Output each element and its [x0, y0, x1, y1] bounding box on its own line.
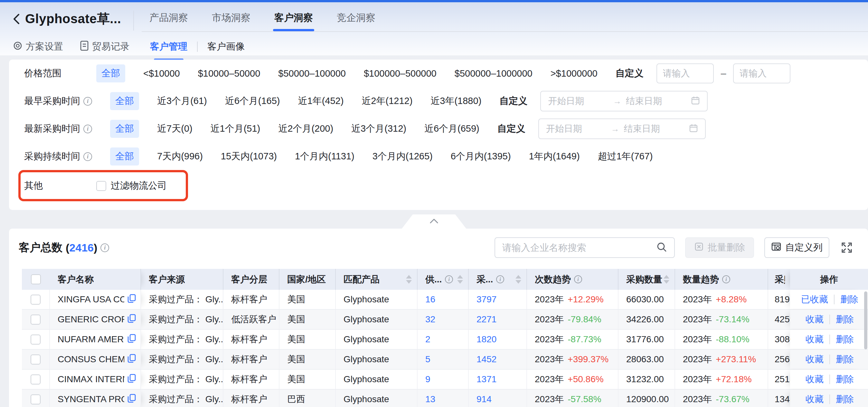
filter-option[interactable]: 3个月内(1265): [373, 150, 433, 163]
filter-option[interactable]: $10000–50000: [198, 68, 260, 79]
row-checkbox[interactable]: [31, 354, 40, 365]
filter-option[interactable]: 近3个月(312): [351, 122, 406, 135]
copy-icon[interactable]: [127, 294, 136, 306]
filter-option[interactable]: >$1000000: [551, 68, 597, 79]
filter-option[interactable]: 超过1年(767): [598, 150, 653, 163]
filter-option[interactable]: 15天内(1073): [221, 150, 277, 163]
info-icon[interactable]: [83, 152, 92, 161]
filter-option-selected[interactable]: 全部: [96, 64, 125, 83]
tab-market-insight[interactable]: 市场洞察: [212, 11, 250, 29]
copy-icon[interactable]: [127, 314, 136, 325]
row-checkbox[interactable]: [31, 335, 40, 345]
info-icon[interactable]: [445, 275, 453, 283]
delete-link[interactable]: 删除: [836, 313, 854, 325]
filter-option[interactable]: 1个月内(1131): [295, 150, 354, 163]
row-checkbox[interactable]: [31, 315, 40, 324]
copy-icon[interactable]: [127, 374, 136, 385]
subtab-customer-management[interactable]: 客户管理: [150, 40, 187, 56]
filter-option[interactable]: 近7天(0): [157, 122, 192, 135]
delete-link[interactable]: 删除: [836, 393, 854, 405]
filter-option[interactable]: 近3个月(61): [157, 95, 207, 107]
sort-icon[interactable]: [406, 275, 412, 284]
filter-option[interactable]: 1年内(1649): [529, 150, 580, 163]
records-count-link[interactable]: 914: [476, 394, 492, 404]
suppliers-count-link[interactable]: 13: [425, 394, 435, 404]
filter-logistics-label[interactable]: 过滤物流公司: [111, 179, 167, 192]
favorite-link[interactable]: 收藏: [806, 313, 824, 325]
filter-option[interactable]: $500000–1000000: [455, 68, 532, 79]
records-count-link[interactable]: 1820: [476, 334, 496, 345]
copy-icon[interactable]: [127, 394, 136, 405]
subtab-customer-profile[interactable]: 客户画像: [207, 40, 245, 56]
tab-customer-insight[interactable]: 客户洞察: [274, 11, 313, 29]
suppliers-count-link[interactable]: 5: [425, 354, 430, 365]
favorite-link[interactable]: 已收藏: [801, 293, 828, 306]
price-min-input[interactable]: [656, 63, 714, 84]
sort-icon[interactable]: [516, 275, 521, 284]
custom-range-label[interactable]: 自定义: [616, 67, 644, 80]
delete-link[interactable]: 删除: [840, 293, 858, 306]
fullscreen-icon[interactable]: [840, 241, 854, 255]
filter-option[interactable]: 近1年(452): [298, 95, 344, 107]
records-count-link[interactable]: 2271: [476, 314, 496, 324]
row-checkbox[interactable]: [31, 294, 40, 305]
info-icon[interactable]: [496, 275, 504, 283]
company-search-input[interactable]: [502, 243, 656, 253]
filter-option[interactable]: <$10000: [143, 68, 180, 79]
records-count-link[interactable]: 3797: [476, 294, 496, 305]
filter-option[interactable]: $50000–100000: [278, 68, 346, 79]
filter-option[interactable]: $100000–500000: [364, 68, 437, 79]
filter-option[interactable]: 6个月内(1395): [451, 150, 511, 163]
tab-product-insight[interactable]: 产品洞察: [149, 11, 188, 29]
delete-link[interactable]: 删除: [836, 333, 854, 345]
filter-logistics-checkbox[interactable]: [96, 181, 106, 191]
tab-competitor-insight[interactable]: 竞企洞察: [337, 11, 375, 29]
info-icon[interactable]: [83, 125, 92, 133]
date-range-picker[interactable]: 开始日期 结束日期: [538, 119, 706, 139]
delete-link[interactable]: 删除: [836, 353, 854, 366]
collapse-filters-button[interactable]: [402, 214, 466, 229]
filter-option-selected[interactable]: 全部: [110, 92, 139, 110]
filter-option[interactable]: 近2年(1212): [362, 95, 412, 107]
filter-option[interactable]: 近2个月(200): [278, 122, 333, 135]
info-icon[interactable]: [100, 244, 109, 252]
trade-records-button[interactable]: 贸易记录: [80, 40, 129, 53]
sort-icon[interactable]: [663, 275, 669, 284]
filter-option[interactable]: 近1个月(51): [211, 122, 260, 135]
copy-icon[interactable]: [127, 353, 136, 366]
delete-link[interactable]: 删除: [836, 373, 854, 385]
custom-columns-button[interactable]: 自定义列: [764, 237, 829, 258]
info-icon[interactable]: [83, 97, 92, 105]
sort-icon[interactable]: [457, 275, 463, 284]
filter-option[interactable]: 7天内(996): [157, 150, 203, 163]
records-count-link[interactable]: 1371: [476, 374, 496, 384]
select-all-checkbox[interactable]: [31, 274, 41, 284]
plan-settings-button[interactable]: 方案设置: [13, 40, 63, 53]
records-count-link[interactable]: 1452: [476, 354, 496, 365]
custom-date-label[interactable]: 自定义: [499, 95, 527, 107]
copy-icon[interactable]: [127, 334, 136, 345]
filter-option[interactable]: 近6个月(165): [225, 95, 280, 107]
price-max-input[interactable]: [733, 63, 790, 84]
suppliers-count-link[interactable]: 32: [425, 314, 435, 324]
favorite-link[interactable]: 收藏: [806, 353, 824, 366]
date-range-picker[interactable]: 开始日期 结束日期: [540, 91, 708, 112]
favorite-link[interactable]: 收藏: [806, 373, 824, 385]
vertical-scrollbar[interactable]: [864, 291, 867, 349]
filter-option[interactable]: 近3年(1880): [430, 95, 481, 107]
filter-option[interactable]: 近6个月(659): [424, 122, 479, 135]
favorite-link[interactable]: 收藏: [806, 333, 824, 345]
custom-date-label[interactable]: 自定义: [497, 122, 525, 135]
suppliers-count-link[interactable]: 16: [425, 294, 435, 305]
row-checkbox[interactable]: [31, 395, 40, 404]
back-chevron-icon[interactable]: [12, 12, 21, 26]
suppliers-count-link[interactable]: 9: [425, 374, 430, 384]
favorite-link[interactable]: 收藏: [806, 393, 824, 405]
filter-option-selected[interactable]: 全部: [110, 148, 139, 165]
row-checkbox[interactable]: [31, 374, 40, 384]
search-icon[interactable]: [656, 242, 667, 254]
suppliers-count-link[interactable]: 2: [425, 334, 430, 345]
info-icon[interactable]: [574, 275, 582, 283]
info-icon[interactable]: [722, 275, 730, 283]
batch-delete-button[interactable]: 批量删除: [685, 237, 754, 258]
